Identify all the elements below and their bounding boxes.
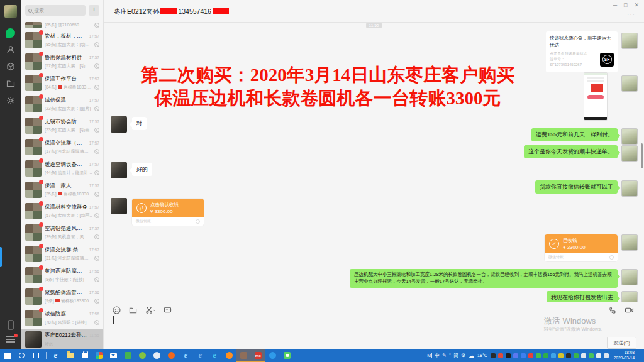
touch-keyboard-icon[interactable] <box>604 353 609 358</box>
peer-avatar[interactable] <box>621 33 638 49</box>
tray-blue2-icon[interactable] <box>551 353 556 358</box>
taskbar-clock[interactable]: 18:03 2020-03-14 <box>614 350 635 361</box>
taskbar-app-store[interactable] <box>77 349 92 362</box>
qq-icon[interactable] <box>491 353 496 358</box>
taskbar-app-mo[interactable]: mo <box>251 349 265 362</box>
ime-indicator[interactable]: ° <box>449 353 451 358</box>
peer-avatar[interactable] <box>621 234 638 251</box>
customer-avatar[interactable] <box>111 162 127 178</box>
tray-shield-icon[interactable] <box>521 353 526 358</box>
maximize-button[interactable]: □ <box>624 2 627 8</box>
chat-list-item[interactable]: 保温交流群 禁链接广..17:57[31条] 河北防腐玻璃鳞片.. <box>21 243 103 265</box>
taskbar-app-ie-blue[interactable]: e <box>193 349 208 362</box>
chat-list-item[interactable]: 保温材料交流群♻17:57[57条] 宏图大展：[动画.. <box>21 200 103 222</box>
taskbar-app-photos[interactable] <box>92 349 106 362</box>
tray-green1-icon[interactable] <box>536 353 541 358</box>
chat-list-item[interactable]: 黄河两岸防腐保温..17:56[8条] 李佳殿：[链接] <box>21 265 103 286</box>
tray-wechat-icon[interactable] <box>589 353 594 358</box>
taskbar-app-mail[interactable] <box>106 349 121 362</box>
chat-list-item[interactable]: 管材，板材，保温，…17:57[85条] 宏图大展：[动画… <box>21 30 103 51</box>
tray-red-icon[interactable] <box>498 353 503 358</box>
chat-list-item[interactable]: 聚氨酯保温管道交流17:56[9条] 岩棉板183306.. <box>21 286 103 307</box>
image-message[interactable] <box>584 72 608 121</box>
favorites-icon[interactable] <box>6 62 16 72</box>
taskbar-app-firefox[interactable] <box>222 349 236 362</box>
taskbar-app-browser-e-cyan[interactable]: e <box>208 349 222 362</box>
taskbar-app-app-360[interactable] <box>135 349 150 362</box>
taskbar-app-app-blue-circle[interactable] <box>265 349 280 362</box>
ime-indicator[interactable]: 简 <box>453 352 458 359</box>
menu-icon[interactable] <box>6 336 15 343</box>
express-link-card[interactable]: 快递状态随心查，顺丰速运无忧达 点击查看快递最新状态 运单号： SF107399… <box>546 31 618 72</box>
message-bubble: 对 <box>132 117 147 130</box>
ime-indicator[interactable]: ✎ <box>442 353 447 358</box>
chat-name: 保温材料交流群♻ <box>45 204 87 211</box>
tray-black2-icon[interactable] <box>566 353 571 358</box>
taskbar-app-app-green[interactable] <box>121 349 135 362</box>
taskbar-app-app-orange-flame[interactable] <box>164 349 179 362</box>
separator-icon <box>46 352 47 359</box>
chat-list-item[interactable]: 暖通空调设备发展交..17:57[44条] 流量计，能量计 .. <box>21 158 103 179</box>
taskbar-app-task-view[interactable] <box>29 349 43 362</box>
chat-more-menu[interactable]: ··· <box>627 11 635 18</box>
send-button[interactable]: 发送(S) <box>607 337 636 349</box>
input-area: 激活 Windows 转到“设置”以激活 Windows。 发送(S) <box>104 302 644 349</box>
peer-avatar[interactable] <box>621 291 638 302</box>
taskbar-app-screenshot-tool[interactable] <box>236 349 251 362</box>
chat-list-item[interactable]: 保温交流群（黄赌毒..17:57[17条] 河北防腐玻璃鳞片.. <box>21 136 103 158</box>
weather-temp[interactable]: 18°C <box>477 353 487 358</box>
taskbar-app-separator[interactable] <box>43 349 48 362</box>
chat-list-item[interactable]: 保温工作平台（禁止..17:57[84条] 岩棉板18330… <box>21 72 103 94</box>
customer-avatar[interactable] <box>111 116 127 133</box>
chat-list-item[interactable]: 诚信保温17:57[23条] 宏图大展：[图片] <box>21 94 103 115</box>
settings-icon[interactable] <box>6 96 16 106</box>
transfer-card-received[interactable]: ✓ 已收钱¥ 3300.00 微信转账 <box>545 234 618 261</box>
taskbar-app-edge[interactable]: e <box>48 349 63 362</box>
message-bubble: 货款你直接微信转账就可以了 <box>535 180 618 194</box>
peer-avatar[interactable] <box>621 128 638 145</box>
show-desktop-button[interactable] <box>640 349 642 362</box>
tray-yellow-icon[interactable] <box>558 353 564 358</box>
chat-list-item[interactable]: 诚信防腐17:56[78条] 风清扬：[链接] <box>21 307 103 329</box>
taskbar-app-app-swirl[interactable] <box>150 349 164 362</box>
taskbar-app-wechat[interactable] <box>280 349 294 362</box>
files-icon[interactable] <box>6 79 16 89</box>
scrollbar-thumb[interactable] <box>641 143 643 168</box>
peer-avatar[interactable] <box>621 145 638 162</box>
tray-green-shield-icon[interactable] <box>543 353 548 358</box>
ime-indicator[interactable]: 中 <box>435 352 440 359</box>
mobile-icon[interactable] <box>6 320 16 330</box>
peer-avatar[interactable] <box>621 180 638 197</box>
tray-chat-icon[interactable] <box>596 353 601 358</box>
transfer-card-incoming[interactable]: ⇄ 点击确认收钱¥ 3300.00 微信转账 <box>132 199 204 226</box>
peer-avatar[interactable] <box>621 269 638 285</box>
tray-purple-icon[interactable] <box>513 353 518 358</box>
tray-green-bubble-icon[interactable] <box>574 353 579 358</box>
volume-muted-icon[interactable] <box>581 353 586 358</box>
chat-list-item[interactable]: 保温一家人17:57[25条] 岩棉板18330.. <box>21 179 103 200</box>
chat-list-item[interactable]: 鲁南保温材料群17:57[57条] 宏图大展：[动画… <box>21 51 103 72</box>
weather-icon[interactable]: ☁ <box>469 353 474 359</box>
close-button[interactable]: ✕ <box>634 2 639 8</box>
message-area: 11:50 快递状态随心查，顺丰速运无忧达 点击查看快递最新状态 运单号： SF… <box>104 23 644 302</box>
customer-avatar[interactable] <box>111 198 127 214</box>
taskbar-app-ie[interactable]: e <box>179 349 193 362</box>
add-chat-button[interactable]: + <box>89 5 99 16</box>
minimize-button[interactable]: ─ <box>613 2 617 8</box>
ime-indicator[interactable]: ⚙ <box>461 353 465 358</box>
chat-list-item-partial[interactable]: [85条] 信7100650… <box>21 19 103 30</box>
search-input[interactable]: 搜索 <box>25 5 86 16</box>
tray-dark-icon[interactable] <box>506 353 511 358</box>
chat-list-item[interactable]: 空调铝箔通风管，发..17:57[39条] 风机盘管，风幕机.. <box>21 222 103 243</box>
chats-icon[interactable] <box>6 28 15 38</box>
taskbar-app-start[interactable] <box>0 349 14 362</box>
contacts-icon[interactable] <box>6 45 16 55</box>
taskbar-app-file-explorer[interactable] <box>63 349 77 362</box>
taskbar-app-search[interactable] <box>14 349 29 362</box>
ime-indicator[interactable]: M <box>426 353 432 358</box>
tray-red2-icon[interactable] <box>528 353 533 358</box>
chat-list-item[interactable]: 枣庄E0212套孙1..11:55好的 <box>21 329 103 349</box>
chat-list-item[interactable]: 无锡市协会防腐保温..17:57[23条] 宏图大展：[动画.. <box>21 115 103 136</box>
user-avatar[interactable] <box>4 5 17 18</box>
peer-avatar[interactable] <box>621 75 638 92</box>
